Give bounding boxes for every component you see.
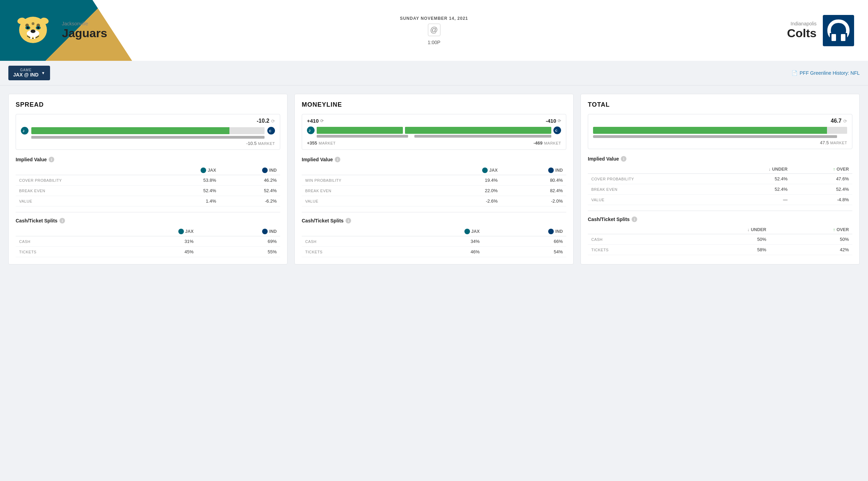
row-label: TICKETS xyxy=(16,247,110,257)
svg-point-6 xyxy=(31,30,35,33)
row-col2: -4.8% xyxy=(791,195,852,205)
table-row: BREAK EVEN 52.4% 52.4% xyxy=(16,186,280,196)
away-team-info: Indianapolis Colts xyxy=(787,21,817,40)
row-label: VALUE xyxy=(16,196,156,206)
total-cash-title: Cash/Ticket Splits i xyxy=(588,217,852,222)
table-row: CASH 34% 66% xyxy=(302,236,566,247)
row-label: COVER PROBABILITY xyxy=(16,175,156,186)
row-col1: 58% xyxy=(676,245,770,255)
row-col2: 42% xyxy=(770,245,852,255)
spread-impl-jax-header: JAX xyxy=(156,166,220,175)
svg-rect-14 xyxy=(34,36,35,39)
row-col1: 53.8% xyxy=(156,175,220,186)
spread-impl-ind-header: IND xyxy=(220,166,280,175)
total-implied-table: ↓ UNDER ↑ OVER COVER PROBABILITY 52.4% 4… xyxy=(588,165,852,205)
ml-jax-gray-bar xyxy=(317,135,408,138)
ml-ind-green-bar xyxy=(405,127,551,134)
row-label: BREAK EVEN xyxy=(588,184,721,195)
svg-point-27 xyxy=(307,127,315,134)
row-label: VALUE xyxy=(588,195,721,205)
game-selector-button[interactable]: GAME JAX @ IND ▼ xyxy=(8,66,50,80)
row-col1: — xyxy=(721,195,791,205)
row-label: TICKETS xyxy=(588,245,676,255)
svg-point-25 xyxy=(178,229,184,234)
ml-jax-value: +410 xyxy=(307,118,319,124)
row-col1: 52.4% xyxy=(721,184,791,195)
spread-ind-mini-logo: C xyxy=(267,127,275,134)
total-cash-table: ↓ UNDER ↑ OVER CASH 50% 50% TICKET xyxy=(588,226,852,255)
spread-market-label: MARKET xyxy=(258,141,275,146)
total-cash-info-icon: i xyxy=(632,217,637,222)
row-label: COVER PROBABILITY xyxy=(588,174,721,184)
svg-text:C: C xyxy=(269,129,271,133)
table-row: COVER PROBABILITY 53.8% 46.2% xyxy=(16,175,280,186)
svg-point-8 xyxy=(27,27,29,29)
row-col1: 31% xyxy=(110,236,197,247)
jaguars-logo xyxy=(14,10,56,51)
ml-cash-title: Cash/Ticket Splits i xyxy=(302,218,566,223)
svg-point-19 xyxy=(21,127,29,134)
total-green-bar xyxy=(593,127,827,134)
table-row: VALUE — -4.8% xyxy=(588,195,852,205)
row-label: CASH xyxy=(16,236,110,247)
row-col2: 80.4% xyxy=(501,175,566,186)
game-date: SUNDAY NOVEMBER 14, 2021 xyxy=(118,16,750,21)
row-col2: 46.2% xyxy=(220,175,280,186)
ml-cash-info-icon: i xyxy=(346,218,351,223)
spread-market-value: -10.5 xyxy=(246,141,257,146)
total-chart: 46.7 ⟳ 47.5 MARKET xyxy=(588,114,852,149)
row-col2: -6.2% xyxy=(220,196,280,206)
row-label: CASH xyxy=(302,236,396,247)
home-team-name: Jaguars xyxy=(62,26,107,40)
ml-ind-value: -410 xyxy=(546,118,556,124)
svg-point-10 xyxy=(37,27,39,29)
colts-logo xyxy=(823,15,854,46)
spread-implied-table: JAX IND COVER PROBABILITY 53.8% 46.2% BR… xyxy=(16,166,280,206)
row-label: BREAK EVEN xyxy=(16,186,156,196)
table-row: BREAK EVEN 52.4% 52.4% xyxy=(588,184,852,195)
row-label: WIN PROBABILITY xyxy=(302,175,433,186)
total-bar-container xyxy=(593,127,847,134)
table-row: CASH 31% 69% xyxy=(16,236,280,247)
total-implied-title: Implied Value i xyxy=(588,156,852,162)
row-col2: 52.4% xyxy=(791,184,852,195)
spread-pff-value: -10.2 xyxy=(257,118,269,124)
row-col1: 1.4% xyxy=(156,196,220,206)
svg-point-23 xyxy=(201,168,206,173)
game-matchup: JAX @ IND xyxy=(13,72,39,78)
ml-jax-value-row: +410 ⟳ xyxy=(307,118,324,124)
row-col2: 47.6% xyxy=(791,174,852,184)
under-arrow-icon: ↓ xyxy=(769,167,771,172)
moneyline-title: MONEYLINE xyxy=(302,101,566,108)
spread-cash-title: Cash/Ticket Splits i xyxy=(16,218,280,223)
table-row: COVER PROBABILITY 52.4% 47.6% xyxy=(588,174,852,184)
svg-point-3 xyxy=(32,22,34,25)
spread-card: SPREAD -10.2 ⟳ J C xyxy=(8,94,287,264)
ml-ind-logo: C xyxy=(553,127,561,134)
away-team-section: Indianapolis Colts xyxy=(750,15,854,46)
svg-point-26 xyxy=(262,229,268,234)
ml-implied-title: Implied Value i xyxy=(302,157,566,162)
svg-rect-17 xyxy=(832,34,836,41)
svg-rect-18 xyxy=(841,34,845,41)
spread-title: SPREAD xyxy=(16,101,280,108)
ml-cash-table: JAX IND CASH 34% 66% TICKETS 46% 54 xyxy=(302,227,566,257)
svg-text:J: J xyxy=(309,129,310,132)
row-col1: 52.4% xyxy=(156,186,220,196)
toolbar: GAME JAX @ IND ▼ 📄 PFF Greenline History… xyxy=(0,61,868,85)
svg-text:J: J xyxy=(23,129,24,133)
header-center: SUNDAY NOVEMBER 14, 2021 @ 1:00P xyxy=(118,16,750,45)
svg-point-33 xyxy=(464,229,470,234)
spread-gray-bar xyxy=(31,136,265,139)
total-title: TOTAL xyxy=(588,101,852,108)
table-row: BREAK EVEN 22.0% 82.4% xyxy=(302,186,566,196)
pff-icon: 📄 xyxy=(792,70,797,76)
row-col2: 82.4% xyxy=(501,186,566,196)
spread-cash-table: JAX IND CASH 31% 69% TICKETS 45% 55 xyxy=(16,227,280,257)
row-col1: 52.4% xyxy=(721,174,791,184)
row-col1: 22.0% xyxy=(433,186,501,196)
total-card: TOTAL 46.7 ⟳ 47.5 MARKET I xyxy=(581,94,860,264)
pff-link[interactable]: 📄 PFF Greenline History: NFL xyxy=(792,70,860,76)
row-col1: -2.6% xyxy=(433,196,501,206)
row-col2: 69% xyxy=(197,236,280,247)
